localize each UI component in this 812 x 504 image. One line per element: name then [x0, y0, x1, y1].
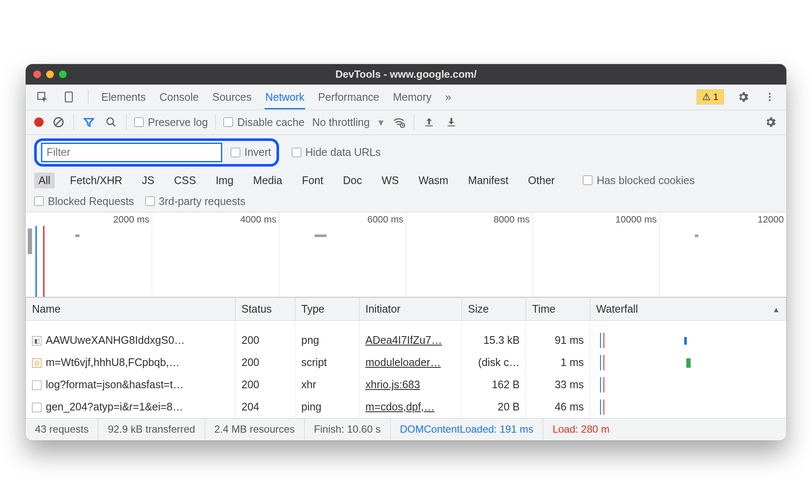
third-party-checkbox[interactable]: 3rd-party requests [145, 195, 246, 208]
file-script-icon: ⟨⟩ [32, 358, 41, 368]
issues-count: 1 [713, 91, 718, 103]
chip-media[interactable]: Media [249, 173, 286, 188]
search-icon[interactable] [104, 115, 118, 129]
issues-badge[interactable]: ⚠ 1 [697, 89, 724, 105]
invert-checkbox[interactable]: Invert [231, 146, 271, 158]
window-controls [33, 70, 67, 78]
svg-point-4 [769, 99, 771, 101]
devtools-window: DevTools - www.google.com/ Elements Cons… [26, 64, 786, 440]
dcl-marker [35, 226, 37, 297]
file-image-icon: ◧ [32, 336, 41, 346]
initiator-link[interactable]: moduleloader… [365, 356, 441, 368]
svg-rect-10 [426, 126, 433, 126]
status-load: Load: 280 m [543, 419, 619, 440]
svg-point-3 [769, 96, 771, 98]
svg-line-6 [55, 119, 62, 126]
minimize-window-button[interactable] [46, 70, 54, 78]
network-toolbar: Preserve log Disable cache No throttling [26, 110, 786, 135]
import-har-icon[interactable] [422, 115, 436, 129]
window-title: DevTools - www.google.com/ [26, 68, 786, 80]
file-generic-icon [32, 403, 41, 412]
chip-manifest[interactable]: Manifest [464, 173, 512, 188]
timeline-overview[interactable]: 2000 ms 4000 ms 6000 ms 8000 ms 10000 ms… [26, 212, 786, 297]
throttling-select[interactable]: No throttling [312, 116, 384, 129]
table-row[interactable]: ◧AAWUweXANHG8IddxgS0… 200 png ADea4I7IfZ… [26, 320, 786, 352]
status-domcontentloaded: DOMContentLoaded: 191 ms [391, 419, 543, 440]
preserve-log-checkbox[interactable]: Preserve log [134, 116, 208, 129]
chip-fetch-xhr[interactable]: Fetch/XHR [66, 173, 127, 188]
separator [88, 90, 88, 104]
table-header: Name Status Type Initiator Size Time Wat… [26, 297, 786, 320]
record-button[interactable] [34, 117, 44, 127]
col-status[interactable]: Status [235, 297, 295, 320]
filter-highlight: Invert [34, 138, 279, 167]
blocked-requests-checkbox[interactable]: Blocked Requests [34, 195, 134, 208]
has-blocked-cookies-checkbox[interactable]: Has blocked cookies [583, 174, 694, 187]
filter-icon[interactable] [82, 115, 96, 129]
tab-network[interactable]: Network [265, 85, 306, 109]
zoom-window-button[interactable] [59, 70, 67, 78]
tabs-overflow-button[interactable]: » [444, 85, 452, 109]
chip-wasm[interactable]: Wasm [414, 173, 453, 188]
type-filter-bar: All Fetch/XHR JS CSS Img Media Font Doc … [26, 170, 786, 193]
tab-sources[interactable]: Sources [212, 85, 253, 109]
requests-table: Name Status Type Initiator Size Time Wat… [26, 297, 786, 418]
status-resources: 2.4 MB resources [205, 419, 305, 440]
table-row[interactable]: log?format=json&hasfast=t… 200 xhr xhrio… [26, 374, 786, 396]
col-type[interactable]: Type [295, 297, 359, 320]
status-requests: 43 requests [26, 419, 98, 440]
clear-icon[interactable] [51, 115, 66, 129]
status-bar: 43 requests 92.9 kB transferred 2.4 MB r… [26, 418, 786, 440]
filter-input[interactable] [42, 144, 221, 161]
chip-font[interactable]: Font [297, 173, 327, 188]
load-marker [43, 226, 44, 297]
more-icon[interactable] [762, 90, 777, 104]
chip-doc[interactable]: Doc [338, 173, 366, 188]
extra-filter-bar: Blocked Requests 3rd-party requests [26, 193, 786, 212]
col-initiator[interactable]: Initiator [359, 297, 462, 320]
tab-memory[interactable]: Memory [392, 85, 432, 109]
main-tabstrip: Elements Console Sources Network Perform… [26, 85, 786, 110]
chip-ws[interactable]: WS [377, 173, 403, 188]
initiator-link[interactable]: xhrio.js:683 [365, 378, 420, 390]
col-time[interactable]: Time [526, 297, 590, 320]
col-waterfall[interactable]: Waterfall [590, 297, 786, 320]
chip-css[interactable]: CSS [170, 173, 200, 188]
titlebar: DevTools - www.google.com/ [26, 64, 786, 85]
network-conditions-icon[interactable] [391, 115, 406, 129]
chip-img[interactable]: Img [212, 173, 238, 188]
warning-icon: ⚠ [702, 91, 711, 103]
settings-icon[interactable] [736, 90, 750, 104]
svg-rect-11 [448, 126, 455, 126]
initiator-link[interactable]: ADea4I7IfZu7… [365, 334, 442, 346]
file-generic-icon [32, 381, 41, 390]
table-row[interactable]: ⟨⟩m=Wt6vjf,hhhU8,FCpbqb,… 200 script mod… [26, 352, 786, 374]
hide-data-urls-checkbox[interactable]: Hide data URLs [292, 146, 381, 158]
svg-point-2 [769, 93, 771, 94]
network-settings-icon[interactable] [763, 115, 778, 129]
svg-line-8 [112, 123, 115, 126]
svg-rect-1 [65, 92, 72, 102]
tab-elements[interactable]: Elements [100, 85, 147, 109]
tab-console[interactable]: Console [159, 85, 200, 109]
tab-performance[interactable]: Performance [317, 85, 380, 109]
disable-cache-checkbox[interactable]: Disable cache [224, 116, 304, 129]
status-transferred: 92.9 kB transferred [98, 419, 205, 440]
col-name[interactable]: Name [26, 297, 235, 320]
col-size[interactable]: Size [462, 297, 526, 320]
table-row[interactable]: gen_204?atyp=i&r=1&ei=8… 204 ping m=cdos… [26, 396, 786, 418]
initiator-link[interactable]: m=cdos,dpf,… [365, 401, 435, 413]
chip-js[interactable]: JS [138, 173, 159, 188]
chip-other[interactable]: Other [524, 173, 559, 188]
chip-all[interactable]: All [34, 173, 55, 188]
inspect-element-icon[interactable] [35, 90, 50, 104]
export-har-icon[interactable] [444, 115, 459, 129]
close-window-button[interactable] [33, 70, 41, 78]
device-toolbar-icon[interactable] [62, 90, 76, 104]
svg-point-7 [107, 118, 113, 124]
filter-row: Invert Hide data URLs [26, 135, 786, 170]
status-finish: Finish: 10.60 s [305, 419, 391, 440]
